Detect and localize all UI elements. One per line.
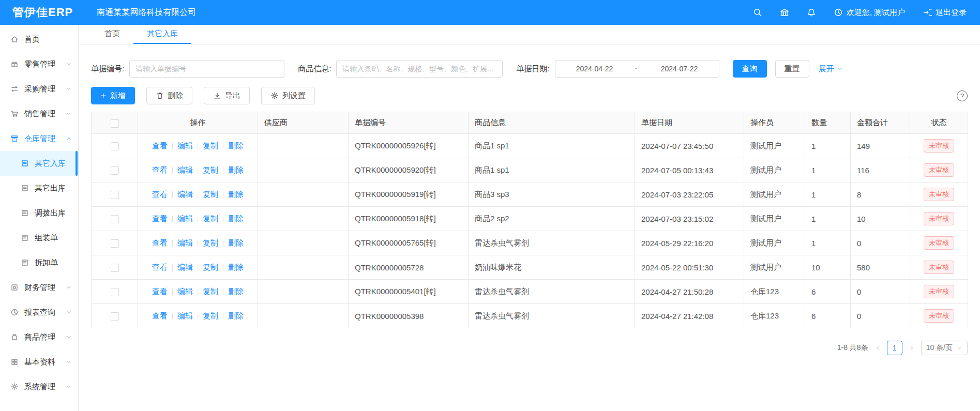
date-range-label: 单据日期: — [516, 64, 549, 74]
edit-link[interactable]: 编辑 — [177, 287, 193, 296]
delete-button[interactable]: 删除 — [146, 87, 192, 104]
amount-cell: 0 — [851, 304, 910, 328]
view-link[interactable]: 查看 — [152, 214, 168, 223]
system-icon — [10, 383, 19, 391]
logout-button[interactable]: 退出登录 — [923, 8, 967, 18]
reset-button[interactable]: 重置 — [775, 60, 809, 78]
edit-link[interactable]: 编辑 — [177, 238, 193, 247]
prev-page-button[interactable] — [875, 345, 881, 351]
view-link[interactable]: 查看 — [152, 287, 168, 296]
date-separator: ~ — [634, 65, 640, 73]
row-checkbox[interactable] — [111, 312, 119, 321]
view-link[interactable]: 查看 — [152, 311, 168, 320]
col-product: 商品信息 — [469, 112, 635, 134]
operator-cell: 测试用户 — [744, 134, 805, 158]
copy-link[interactable]: 复制 — [203, 311, 218, 320]
sidebar-item-sales[interactable]: 销售管理 — [0, 101, 78, 126]
amount-cell: 116 — [851, 158, 910, 182]
welcome-user[interactable]: 欢迎您, 测试用户 — [834, 8, 905, 18]
view-link[interactable]: 查看 — [152, 263, 168, 271]
row-checkbox[interactable] — [111, 215, 119, 223]
row-checkbox[interactable] — [111, 142, 119, 150]
tab-home[interactable]: 首页 — [91, 25, 133, 44]
sidebar-item-transfer-outbound[interactable]: 调拨出库 — [0, 201, 78, 225]
row-checkbox[interactable] — [111, 166, 119, 175]
edit-link[interactable]: 编辑 — [177, 190, 193, 199]
home-icon — [10, 35, 19, 43]
sidebar-item-assembly[interactable]: 组装单 — [0, 225, 78, 250]
bank-icon[interactable] — [780, 8, 789, 17]
table-row: 查看编辑复制删除 QTRK00000005920[转] 商品1 sp1 2024… — [92, 158, 968, 182]
copy-link[interactable]: 复制 — [203, 263, 218, 271]
date-from-input[interactable] — [555, 64, 634, 73]
expand-link[interactable]: 展开 — [819, 64, 843, 74]
export-button[interactable]: 导出 — [204, 87, 250, 104]
edit-link[interactable]: 编辑 — [177, 165, 193, 174]
tab-other-inbound[interactable]: 其它入库 — [133, 25, 191, 44]
page-size-select[interactable]: 10 条/页 — [921, 341, 968, 355]
delete-link[interactable]: 删除 — [228, 141, 244, 150]
bell-icon[interactable] — [807, 8, 816, 17]
row-checkbox[interactable] — [111, 288, 119, 296]
select-all-checkbox[interactable] — [111, 119, 119, 128]
row-checkbox[interactable] — [111, 264, 119, 272]
copy-link[interactable]: 复制 — [203, 287, 218, 296]
row-checkbox[interactable] — [111, 191, 119, 199]
view-link[interactable]: 查看 — [152, 238, 168, 247]
delete-link[interactable]: 删除 — [228, 311, 244, 320]
date-range-picker[interactable]: ~ — [555, 60, 719, 78]
sidebar-item-disassembly[interactable]: 拆卸单 — [0, 250, 78, 275]
delete-link[interactable]: 删除 — [228, 263, 244, 271]
edit-link[interactable]: 编辑 — [177, 311, 193, 320]
copy-link[interactable]: 复制 — [203, 141, 218, 150]
copy-link[interactable]: 复制 — [203, 238, 218, 247]
column-settings-button[interactable]: 列设置 — [261, 87, 315, 104]
operator-cell: 测试用户 — [744, 207, 805, 231]
edit-link[interactable]: 编辑 — [177, 263, 193, 271]
divider — [198, 264, 198, 271]
layout: 首页 零售管理 采购管理 销售管理 仓库管理 — [0, 25, 980, 411]
row-checkbox[interactable] — [111, 239, 119, 248]
view-link[interactable]: 查看 — [152, 141, 168, 150]
help-icon[interactable]: ? — [957, 90, 968, 101]
chevron-down-icon — [66, 111, 72, 117]
sidebar-item-warehouse[interactable]: 仓库管理 — [0, 126, 78, 151]
delete-link[interactable]: 删除 — [228, 287, 244, 296]
qty-cell: 6 — [805, 280, 851, 304]
sidebar-item-reports[interactable]: 报表查询 — [0, 300, 78, 325]
copy-link[interactable]: 复制 — [203, 190, 218, 199]
operator-cell: 测试用户 — [744, 231, 805, 255]
sidebar-item-basics[interactable]: 基本资料 — [0, 349, 78, 374]
order-no-input[interactable] — [129, 60, 284, 78]
search-icon[interactable] — [753, 8, 762, 17]
edit-link[interactable]: 编辑 — [177, 141, 193, 150]
search-button[interactable]: 查询 — [733, 60, 767, 78]
report-icon — [10, 308, 19, 316]
next-page-button[interactable] — [909, 345, 915, 351]
delete-link[interactable]: 删除 — [228, 190, 244, 199]
date-to-input[interactable] — [640, 64, 719, 73]
table-header-row: 操作 供应商 单据编号 商品信息 单据日期 操作员 数量 金额合计 状态 — [92, 112, 968, 134]
edit-link[interactable]: 编辑 — [177, 214, 193, 223]
sidebar-item-other-inbound[interactable]: 其它入库 — [0, 151, 78, 176]
sidebar-item-finance[interactable]: 财务管理 — [0, 275, 78, 300]
sidebar-item-home[interactable]: 首页 — [0, 27, 78, 52]
sidebar-item-retail[interactable]: 零售管理 — [0, 52, 78, 77]
sidebar-item-purchase[interactable]: 采购管理 — [0, 77, 78, 101]
delete-link[interactable]: 删除 — [228, 238, 244, 247]
delete-link[interactable]: 删除 — [228, 214, 244, 223]
status-badge: 未审核 — [924, 309, 954, 323]
sidebar-item-system[interactable]: 系统管理 — [0, 374, 78, 399]
table-row: 查看编辑复制删除 QTRK00000005401[转] 雷达杀虫气雾剂 2024… — [92, 280, 968, 304]
copy-link[interactable]: 复制 — [203, 165, 218, 174]
add-button[interactable]: 新增 — [91, 87, 135, 104]
copy-link[interactable]: 复制 — [203, 214, 218, 223]
view-link[interactable]: 查看 — [152, 165, 168, 174]
sidebar-item-other-outbound[interactable]: 其它出库 — [0, 176, 78, 201]
view-link[interactable]: 查看 — [152, 190, 168, 199]
page-number-button[interactable]: 1 — [887, 341, 902, 355]
sidebar-item-products[interactable]: 商品管理 — [0, 325, 78, 349]
product-info-input[interactable] — [336, 60, 503, 78]
date-cell: 2024-07-07 23:45:50 — [635, 134, 744, 158]
delete-link[interactable]: 删除 — [228, 165, 244, 174]
